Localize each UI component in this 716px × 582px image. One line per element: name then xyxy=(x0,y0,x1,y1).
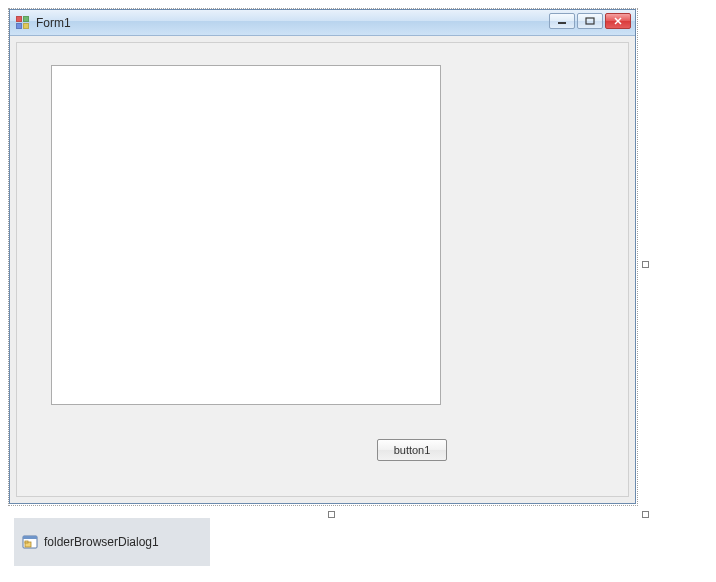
svg-rect-5 xyxy=(23,536,37,539)
component-tray[interactable]: folderBrowserDialog1 xyxy=(14,518,210,566)
folder-browser-dialog-icon xyxy=(22,534,38,550)
resize-handle-corner[interactable] xyxy=(642,511,649,518)
svg-rect-1 xyxy=(586,18,594,24)
titlebar[interactable]: Form1 xyxy=(10,10,635,36)
app-icon xyxy=(16,16,30,30)
minimize-icon xyxy=(557,17,567,25)
maximize-button[interactable] xyxy=(577,13,603,29)
button1-control[interactable]: button1 xyxy=(377,439,447,461)
resize-handle-bottom[interactable] xyxy=(328,511,335,518)
close-button[interactable] xyxy=(605,13,631,29)
form-window[interactable]: Form1 button1 xyxy=(9,9,636,504)
window-controls xyxy=(549,13,631,29)
listbox-control[interactable] xyxy=(51,65,441,405)
maximize-icon xyxy=(585,17,595,25)
component-item-label: folderBrowserDialog1 xyxy=(44,535,159,549)
resize-handle-right[interactable] xyxy=(642,261,649,268)
close-icon xyxy=(613,17,623,25)
minimize-button[interactable] xyxy=(549,13,575,29)
component-item-folderbrowserdialog[interactable]: folderBrowserDialog1 xyxy=(22,534,159,550)
designer-surface[interactable]: Form1 button1 xyxy=(8,8,638,506)
form-client-area[interactable]: button1 xyxy=(16,42,629,497)
window-title: Form1 xyxy=(36,16,71,30)
svg-rect-0 xyxy=(558,22,566,24)
svg-rect-7 xyxy=(25,541,28,543)
